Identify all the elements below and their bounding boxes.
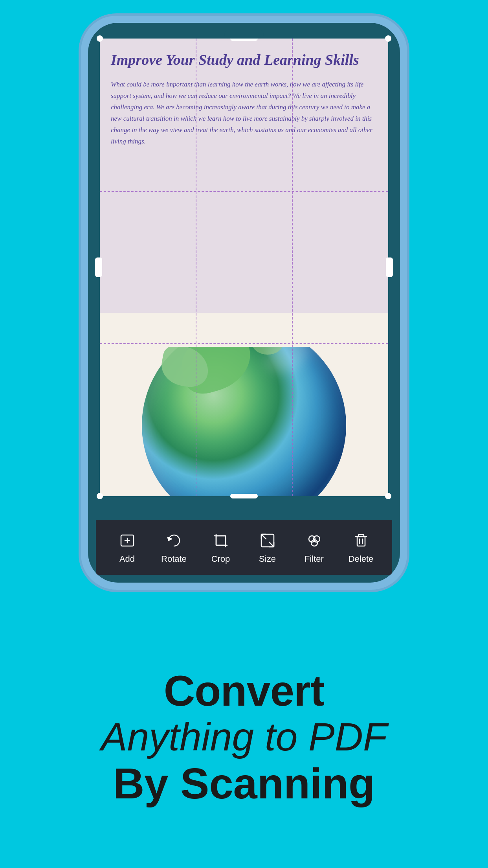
svg-rect-10 [357,537,365,546]
selected-region [100,39,388,313]
phone-frame: Improve Your Study and Learning Skills W… [81,16,407,590]
toolbar-delete[interactable]: Delete [338,530,384,564]
svg-rect-3 [216,536,226,545]
size-label: Size [259,554,276,564]
svg-line-6 [269,542,273,546]
toolbar: Add Rotate [96,520,392,575]
earth-highlight [259,347,316,380]
phone-wrapper: Improve Your Study and Learning Skills W… [0,0,488,605]
crop-icon [211,530,231,551]
rotate-label: Rotate [161,554,187,564]
phone-inner: Improve Your Study and Learning Skills W… [88,23,400,583]
filter-label: Filter [305,554,324,564]
add-icon [117,530,138,551]
delete-label: Delete [349,554,374,564]
svg-line-5 [262,535,266,539]
phone-notch [224,30,264,39]
toolbar-filter[interactable]: Filter [291,530,338,564]
document-page: Improve Your Study and Learning Skills W… [100,39,388,496]
size-icon [257,530,278,551]
add-label: Add [119,554,135,564]
toolbar-add[interactable]: Add [104,530,150,564]
toolbar-rotate[interactable]: Rotate [150,530,197,564]
phone-content: Improve Your Study and Learning Skills W… [88,23,400,583]
crop-label: Crop [211,554,230,564]
toolbar-size[interactable]: Size [244,530,291,564]
document-area: Improve Your Study and Learning Skills W… [96,27,392,520]
filter-icon [304,530,325,551]
earth-circle [142,347,346,496]
convert-subtitle: Anything to PDF [101,714,387,760]
delete-icon [351,530,371,551]
convert-title: Convert [164,667,325,714]
rotate-icon [164,530,184,551]
toolbar-crop[interactable]: Crop [197,530,244,564]
bottom-text: Convert Anything to PDF By Scanning [0,605,488,868]
convert-by: By Scanning [113,760,375,807]
earth-image [100,347,388,496]
